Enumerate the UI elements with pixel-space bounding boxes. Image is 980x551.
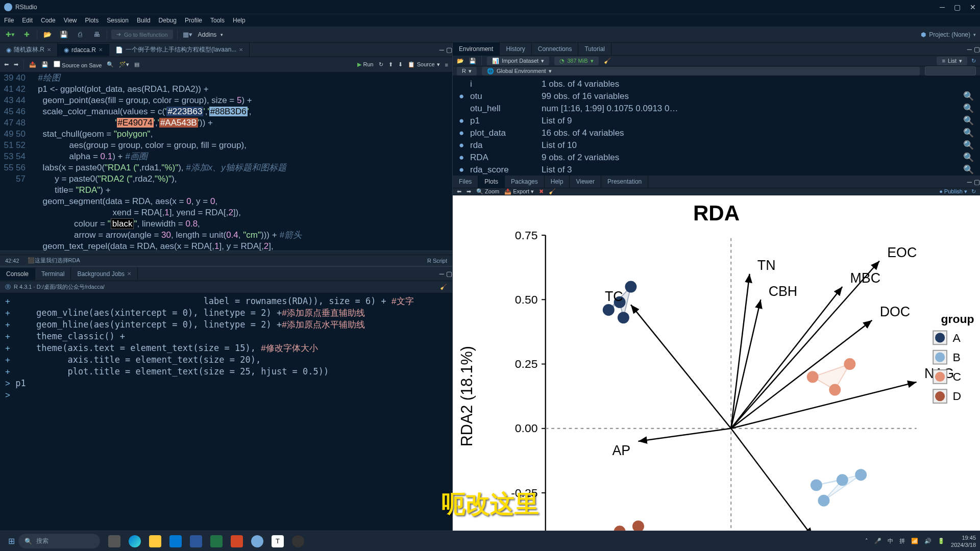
global-env-menu[interactable]: 🌐 Global Environment ▾ [482, 67, 920, 76]
view-mode-menu[interactable]: ≡ List ▾ [937, 57, 967, 65]
taskbar-search[interactable]: 🔍 搜索 [18, 534, 100, 548]
code-editor[interactable]: 39 40 41 42 43 44 45 46 47 48 49 50 51 5… [0, 72, 452, 251]
save-all-button[interactable]: ⎙ [74, 29, 86, 41]
project-indicator[interactable]: ⬢ Project: (None) ▾ [921, 31, 976, 38]
env-item[interactable]: ●p1List of 9🔍 [453, 115, 980, 127]
goto-file-input[interactable]: ➜ Go to file/function [111, 30, 173, 39]
taskview-icon[interactable] [108, 535, 120, 547]
env-item[interactable]: otu_hellnum [1:16, 1:99] 0.1075 0.0913 0… [453, 103, 980, 115]
maximize-pane-icon[interactable]: ▢ [446, 270, 452, 278]
remove-plot-button[interactable]: ✖ [539, 188, 544, 195]
tutorial-tab[interactable]: Tutorial [578, 43, 611, 55]
start-button[interactable]: ⊞ [4, 534, 18, 548]
store-icon[interactable] [169, 535, 182, 547]
console-output[interactable]: + label = rownames(RDA)), size = 6) + #文… [0, 293, 452, 531]
explorer-icon[interactable] [149, 535, 161, 547]
source-tab-2[interactable]: 📄一个例子带你上手结构方程模型(lavaan...✕ [109, 43, 250, 57]
clear-env-button[interactable]: 🧹 [604, 58, 611, 64]
minimize-button[interactable]: ─ [940, 3, 945, 11]
import-dataset-menu[interactable]: 📊 Import Dataset ▾ [487, 57, 549, 65]
outline-toggle-button[interactable]: ≡ [445, 62, 448, 68]
maximize-button[interactable]: ▢ [954, 3, 961, 11]
files-tab[interactable]: Files [453, 176, 478, 188]
addins-menu[interactable]: Addins [198, 31, 217, 38]
publish-button[interactable]: ● Publish ▾ [939, 188, 967, 195]
horizontal-scrollbar[interactable] [0, 251, 452, 255]
menu-tools[interactable]: Tools [210, 17, 225, 24]
env-item[interactable]: ●plot_data16 obs. of 4 variables🔍 [453, 127, 980, 139]
ime-indicator-2[interactable]: 拼 [899, 537, 905, 545]
app-icon-2[interactable] [292, 535, 304, 547]
volume-tray-icon[interactable]: 🔊 [924, 538, 932, 544]
close-icon[interactable]: ✕ [239, 47, 243, 53]
export-menu[interactable]: 📤 Export ▾ [504, 188, 534, 195]
menu-code[interactable]: Code [41, 17, 56, 24]
zoom-button[interactable]: 🔍 Zoom [476, 188, 499, 195]
maximize-pane-icon[interactable]: ▢ [446, 46, 452, 54]
minimize-pane-icon[interactable]: ─ [967, 178, 972, 186]
load-workspace-button[interactable]: 📂 [457, 58, 464, 64]
connections-tab[interactable]: Connections [532, 43, 579, 55]
console-tab[interactable]: Console [0, 268, 35, 280]
go-up-button[interactable]: ⬆ [388, 61, 393, 68]
env-item[interactable]: ●otu99 obs. of 16 variables🔍 [453, 90, 980, 103]
minimize-pane-icon[interactable]: ─ [967, 45, 972, 53]
show-in-new-button[interactable]: 📤 [29, 61, 36, 68]
rstudio-taskbar-icon[interactable] [251, 535, 263, 547]
battery-tray-icon[interactable]: 🔋 [938, 538, 945, 544]
source-tab-0[interactable]: ◉随机森林.R✕ [0, 43, 58, 57]
r-scope-menu[interactable]: R ▾ [457, 67, 477, 76]
history-tab[interactable]: History [500, 43, 531, 55]
close-button[interactable]: ✕ [970, 3, 976, 11]
app-icon[interactable]: T [272, 535, 284, 547]
refresh-env-button[interactable]: ↻ [971, 58, 976, 64]
minimize-pane-icon[interactable]: ─ [439, 270, 444, 278]
powerpoint-icon[interactable] [231, 535, 243, 547]
menu-file[interactable]: File [4, 17, 14, 24]
menu-plots[interactable]: Plots [85, 17, 99, 24]
ime-indicator-1[interactable]: 中 [888, 537, 893, 545]
rerun-button[interactable]: ↻ [379, 61, 383, 68]
plots-tab[interactable]: Plots [478, 176, 505, 188]
new-project-button[interactable]: ✚ [20, 29, 33, 41]
section-indicator[interactable]: 这里我们选择RDA [35, 257, 80, 264]
tray-chevron-icon[interactable]: ˄ [865, 538, 868, 544]
source-tab-1[interactable]: ◉rdacca.R✕ [58, 44, 109, 56]
terminal-tab[interactable]: Terminal [35, 268, 71, 280]
find-button[interactable]: 🔍 [107, 61, 114, 68]
env-tab[interactable]: Environment [453, 43, 500, 55]
forward-button[interactable]: ➡ [14, 61, 18, 68]
help-tab[interactable]: Help [545, 176, 570, 188]
menu-profile[interactable]: Profile [185, 17, 202, 24]
minimize-pane-icon[interactable]: ─ [439, 46, 444, 54]
maximize-pane-icon[interactable]: ▢ [974, 178, 980, 186]
wifi-tray-icon[interactable]: 📶 [911, 538, 918, 544]
open-file-button[interactable]: 📂 [41, 29, 54, 41]
word-icon[interactable] [190, 535, 202, 547]
maximize-pane-icon[interactable]: ▢ [974, 45, 980, 53]
source-button[interactable]: 📋Source▾ [408, 61, 440, 68]
wand-button[interactable]: 🪄▾ [119, 61, 129, 68]
outline-button[interactable]: ▤ [134, 61, 139, 68]
save-workspace-button[interactable]: 💾 [469, 58, 476, 64]
clear-plots-button[interactable]: 🧹 [549, 188, 556, 195]
grid-view-button[interactable]: ▦▾ [182, 29, 194, 41]
packages-tab[interactable]: Packages [505, 176, 545, 188]
edge-icon[interactable] [129, 535, 141, 547]
env-search-input[interactable] [925, 66, 976, 76]
env-item[interactable]: i1 obs. of 4 variables [453, 78, 980, 90]
menu-help[interactable]: Help [233, 17, 246, 24]
menu-edit[interactable]: Edit [22, 17, 33, 24]
memory-indicator[interactable]: ◔ 387 MiB ▾ [554, 57, 598, 65]
menu-view[interactable]: View [64, 17, 77, 24]
env-item[interactable]: ●rdaList of 10🔍 [453, 139, 980, 152]
save-button[interactable]: 💾 [58, 29, 70, 41]
back-button[interactable]: ⬅ [4, 61, 9, 68]
refresh-plot-button[interactable]: ↻ [971, 188, 976, 195]
env-item[interactable]: ●RDA9 obs. of 2 variables🔍 [453, 152, 980, 164]
prev-plot-button[interactable]: ⬅ [457, 188, 461, 195]
close-icon[interactable]: ✕ [99, 47, 103, 53]
menu-build[interactable]: Build [137, 17, 151, 24]
clear-console-button[interactable]: 🧹 [440, 284, 447, 290]
source-on-save-checkbox[interactable]: Source on Save [54, 61, 102, 68]
